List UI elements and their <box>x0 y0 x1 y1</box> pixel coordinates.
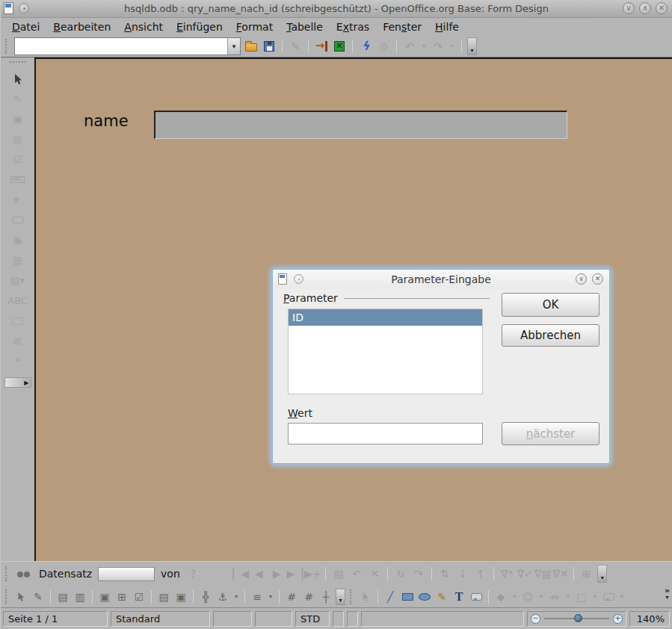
next-record-button[interactable]: ▶ <box>269 566 284 582</box>
flowchart-dropdown-icon[interactable]: ▾ <box>591 589 599 605</box>
menu-tabelle[interactable]: Tabelle <box>280 19 330 34</box>
menu-fenster[interactable]: Fenster <box>376 19 428 34</box>
apply-filter-button[interactable]: ∇✓ <box>517 566 532 582</box>
more-controls-icon[interactable]: ⊞ <box>8 331 28 351</box>
list-item-selected[interactable]: ID <box>289 309 482 326</box>
status-zoom-percent[interactable]: 140% <box>629 611 670 627</box>
design-mode-button[interactable]: ✎ <box>31 589 46 605</box>
zoom-slider[interactable]: − + <box>527 611 626 627</box>
option-button-icon[interactable]: ◉ <box>8 230 28 250</box>
draw-rectangle-button[interactable] <box>400 589 415 605</box>
listbox-control-icon[interactable]: ▤ <box>8 250 28 270</box>
alignment-dropdown-icon[interactable]: ▾ <box>267 589 274 605</box>
wizard-icon[interactable]: * <box>8 351 28 371</box>
last-record-button[interactable]: ▶▕ <box>287 566 302 582</box>
control-icon[interactable]: ▣ <box>8 109 28 129</box>
load-url-input[interactable] <box>15 38 227 55</box>
form-document-button[interactable]: ▣ <box>97 589 112 605</box>
remove-filter-button[interactable]: ∇✕ <box>553 566 568 582</box>
delete-record-button[interactable]: ✕ <box>367 566 382 582</box>
symbol-shapes-button[interactable]: ☺ <box>520 589 535 605</box>
save-record-button[interactable]: ▤ <box>331 566 346 582</box>
menu-format[interactable]: Format <box>229 19 280 34</box>
anchor-button[interactable]: ⚓ <box>215 589 230 605</box>
wert-input[interactable] <box>288 423 483 444</box>
menu-einfuegen[interactable]: Einfügen <box>170 19 229 34</box>
spreadsheet-button[interactable]: ✕ <box>332 38 347 55</box>
find-record-icon[interactable] <box>17 570 30 578</box>
cancel-button[interactable]: Abbrechen <box>502 324 599 347</box>
display-grid-button[interactable]: # <box>284 589 299 605</box>
dialog-shade-button[interactable]: ∨ <box>576 273 587 285</box>
draw-line-button[interactable]: ╱ <box>383 589 398 605</box>
form-navigator-button[interactable]: ▣ <box>173 589 188 605</box>
parameter-listbox[interactable]: ID <box>288 309 483 394</box>
toolbar-overflow-button[interactable]: ▾ <box>336 589 345 605</box>
basic-shapes-button[interactable]: ◆ <box>493 589 508 605</box>
toolbar-grip[interactable] <box>5 39 9 54</box>
draw-ellipse-button[interactable] <box>417 589 432 605</box>
menu-datei[interactable]: Datei <box>5 19 46 34</box>
record-number-input[interactable] <box>98 567 155 581</box>
redo-dropdown-icon[interactable]: ▾ <box>448 38 456 55</box>
dialog-close-button[interactable]: ✕ <box>592 273 603 285</box>
position-size-button[interactable]: ╬ <box>198 589 213 605</box>
form-text-field[interactable] <box>154 111 567 139</box>
next-button[interactable]: nächster <box>502 422 599 445</box>
data-source-table-button[interactable]: ⊞ <box>579 566 594 582</box>
preview-button[interactable]: ⊙ <box>376 38 391 55</box>
combo-dropdown-icon[interactable]: ▾ <box>227 38 240 55</box>
pushbutton-control-icon[interactable] <box>8 210 28 230</box>
window-close-button[interactable]: ✕ <box>656 2 668 14</box>
groupbox-control-icon[interactable] <box>8 311 28 331</box>
menu-ansicht[interactable]: Ansicht <box>117 19 170 34</box>
callout-button[interactable] <box>469 589 484 605</box>
callout-shapes-dropdown-icon[interactable]: ▾ <box>618 589 626 605</box>
insert-text-button[interactable]: T <box>451 589 466 605</box>
form-name-label[interactable]: name <box>84 112 129 130</box>
flowchart-button[interactable]: ▢ <box>574 589 589 605</box>
toolbar-grip[interactable] <box>350 589 354 604</box>
table-control-button[interactable]: ⊞ <box>114 589 129 605</box>
autofilter-button[interactable]: ∇* <box>499 566 514 582</box>
textbox-control-icon[interactable]: ABC <box>8 170 28 190</box>
load-url-combobox[interactable]: ▾ <box>14 37 241 55</box>
zoom-in-icon[interactable]: + <box>613 614 623 624</box>
undo-button[interactable]: ↶ <box>402 38 417 55</box>
redo-data-button[interactable]: ↷ <box>411 566 426 582</box>
anchor-dropdown-icon[interactable]: ▾ <box>232 589 240 605</box>
toolbar-more-dropdown-icon[interactable]: ▾ <box>665 595 668 601</box>
sort-descending-button[interactable]: ↑ <box>473 566 488 582</box>
checkbox-control-icon[interactable]: ☑ <box>8 149 28 170</box>
ok-button[interactable]: OK <box>502 293 599 317</box>
save-button[interactable] <box>262 38 277 55</box>
draw-select-button[interactable] <box>358 589 373 605</box>
callout-shapes-button[interactable] <box>601 589 616 605</box>
select-button[interactable] <box>13 589 28 605</box>
refresh-button[interactable]: ↻ <box>393 566 408 582</box>
undo-data-button[interactable]: ↶ <box>349 566 364 582</box>
window-maximize-button[interactable]: ∧ <box>639 2 651 14</box>
form-properties-button[interactable]: ▥ <box>73 589 87 605</box>
zoom-out-icon[interactable]: − <box>531 614 540 624</box>
control-properties-button[interactable]: ▤ <box>55 589 70 605</box>
menu-extras[interactable]: Extras <box>330 19 376 34</box>
toolbar-grip[interactable] <box>5 589 9 604</box>
dialog-menu-button[interactable] <box>294 274 303 284</box>
first-record-button[interactable]: ▏◀ <box>233 566 248 582</box>
form-filter-button[interactable]: ∇▤ <box>535 566 550 582</box>
redo-button[interactable]: ↷ <box>431 38 446 55</box>
toolbar-grip[interactable] <box>5 566 9 581</box>
new-record-button[interactable]: ▶+ <box>305 566 320 582</box>
navigator-button[interactable]: ▤ <box>156 589 171 605</box>
formatted-field-icon[interactable]: #. <box>8 190 28 210</box>
export-button[interactable]: → <box>314 38 329 55</box>
toolbar-overflow-button[interactable]: ▾ <box>597 565 607 583</box>
alignment-button[interactable]: ≡ <box>250 589 265 605</box>
select-arrow-icon[interactable] <box>8 69 28 89</box>
label-control-icon[interactable]: ABC <box>8 291 28 311</box>
sort-ascending-button[interactable]: ↓ <box>455 566 470 582</box>
menu-bearbeiten[interactable]: Bearbeiten <box>46 19 117 34</box>
helplines-button[interactable]: ┼ <box>318 589 333 605</box>
symbol-shapes-dropdown-icon[interactable]: ▾ <box>537 589 545 605</box>
